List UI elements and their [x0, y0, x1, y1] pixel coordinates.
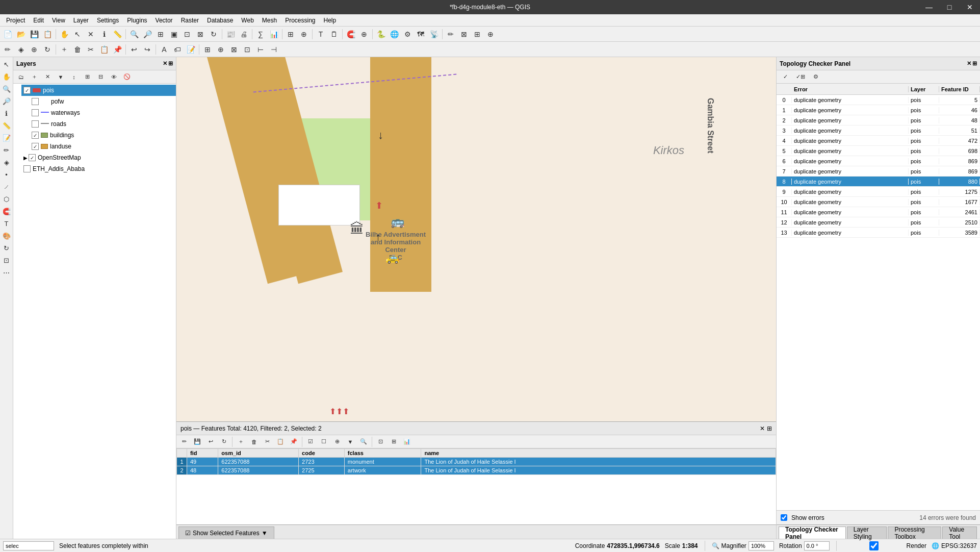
- menu-vector[interactable]: Vector: [151, 16, 177, 25]
- layers-float-icon[interactable]: ⊞: [168, 60, 173, 67]
- attr-paste-button[interactable]: 📌: [288, 436, 300, 448]
- snap4-button[interactable]: ⊡: [241, 43, 253, 56]
- attr-zoom-map-button[interactable]: ⊡: [374, 436, 386, 448]
- open-project-button[interactable]: 📂: [15, 28, 27, 40]
- attr-save-button[interactable]: 💾: [191, 436, 203, 448]
- cut-button[interactable]: ✂: [85, 43, 97, 56]
- tab-layer-styling[interactable]: Layer Styling: [847, 526, 887, 539]
- layer-checkbox-landuse[interactable]: [32, 143, 39, 150]
- rotation-input[interactable]: [804, 541, 830, 550]
- col-fid[interactable]: fid: [187, 449, 218, 458]
- menu-web[interactable]: Web: [237, 16, 257, 25]
- atlas-button[interactable]: 📰: [224, 28, 237, 40]
- topo-close-icon[interactable]: ✕: [967, 60, 971, 67]
- menu-edit[interactable]: Edit: [29, 16, 48, 25]
- open-layer-manager-button[interactable]: 🗂: [15, 71, 27, 83]
- plugin2-button[interactable]: 🌐: [388, 28, 400, 40]
- layer-checkbox-eth[interactable]: [23, 165, 31, 172]
- snap2-button[interactable]: ⊕: [215, 43, 227, 56]
- pan-button[interactable]: ✋: [58, 28, 70, 40]
- attr-edit-button[interactable]: ✏: [178, 436, 190, 448]
- graph-button[interactable]: 📊: [268, 28, 280, 40]
- table-row[interactable]: 2 48 622357088 2725 artwork The Lion of …: [177, 466, 776, 475]
- hide-all-button[interactable]: 🚫: [121, 71, 133, 83]
- topo-config-button[interactable]: ⚙: [810, 71, 822, 83]
- show-all-button[interactable]: 👁: [108, 71, 120, 83]
- add-layer-button[interactable]: ＋: [28, 71, 40, 83]
- add-polygon-tool[interactable]: ⬡: [1, 193, 12, 205]
- add-line-tool[interactable]: ⟋: [1, 181, 12, 192]
- topo-row[interactable]: 1 duplicate geometry pois 46: [777, 105, 980, 115]
- layers-close-icon[interactable]: ✕: [163, 60, 167, 67]
- menu-project[interactable]: Project: [2, 16, 29, 25]
- refresh-button[interactable]: ↻: [208, 28, 220, 40]
- identify-tool[interactable]: ℹ: [1, 108, 12, 119]
- zoom-layer-button[interactable]: ▣: [168, 28, 180, 40]
- zoom-selection-button[interactable]: ⊡: [181, 28, 193, 40]
- close-button[interactable]: ✕: [960, 0, 980, 14]
- topo-row[interactable]: 13 duplicate geometry pois 3589: [777, 228, 980, 238]
- attr-copy-button[interactable]: 📋: [274, 436, 287, 448]
- snapping-button[interactable]: 🧲: [345, 28, 357, 40]
- snapping-tool[interactable]: 🧲: [1, 206, 12, 217]
- layer-checkbox-buildings[interactable]: [32, 132, 39, 139]
- rotate-button[interactable]: ↻: [41, 43, 54, 56]
- tab-processing-toolbox[interactable]: Processing Toolbox: [888, 526, 941, 539]
- menu-settings[interactable]: Settings: [93, 16, 123, 25]
- snap6-button[interactable]: ⊣: [268, 43, 280, 56]
- col-name[interactable]: name: [421, 449, 776, 458]
- plugin3-button[interactable]: ⚙: [401, 28, 414, 40]
- col-osmid[interactable]: osm_id: [218, 449, 299, 458]
- sum-button[interactable]: ∑: [254, 28, 267, 40]
- magnifier-input[interactable]: [749, 541, 774, 550]
- edit-tool[interactable]: ✏: [1, 144, 12, 156]
- new-project-button[interactable]: 📄: [2, 28, 14, 40]
- layer-sort-button[interactable]: ↕: [68, 71, 80, 83]
- tab-topology-checker[interactable]: Topology Checker Panel: [779, 526, 846, 539]
- layer-checkbox-waterways[interactable]: [32, 109, 39, 116]
- node-tool-button[interactable]: ◈: [15, 43, 27, 56]
- topo-row[interactable]: 3 duplicate geometry pois 51: [777, 126, 980, 136]
- zoom-out-tool[interactable]: 🔎: [1, 95, 12, 107]
- layer-item-roads[interactable]: roads: [30, 118, 176, 130]
- attr-deselect-button[interactable]: ☐: [318, 436, 330, 448]
- attr-refresh-button[interactable]: ↻: [218, 436, 230, 448]
- topo-row[interactable]: 0 duplicate geometry pois 5: [777, 95, 980, 105]
- attr-header-float-icon[interactable]: ⊞: [767, 425, 772, 432]
- add-feature-button[interactable]: ＋: [58, 43, 70, 56]
- table-row[interactable]: 1 49 622357088 2723 monument The Lion of…: [177, 458, 776, 466]
- tab-selected-features[interactable]: ☑ Show Selected Features ▼: [178, 526, 274, 539]
- tab-value-tool[interactable]: Value Tool: [942, 526, 977, 539]
- annotation-button[interactable]: 🗒: [328, 28, 340, 40]
- scale-tool[interactable]: ⊡: [1, 255, 12, 266]
- zoom-full-button[interactable]: ⊞: [154, 28, 167, 40]
- menu-layer[interactable]: Layer: [69, 16, 93, 25]
- layer-checkbox-openstreetmap[interactable]: [29, 154, 36, 161]
- layer-item-pofw[interactable]: pofw: [30, 96, 176, 107]
- paste-button[interactable]: 📌: [111, 43, 123, 56]
- more-tools[interactable]: ⋯: [1, 267, 12, 278]
- topo-float-icon[interactable]: ⊞: [972, 60, 977, 67]
- show-errors-checkbox[interactable]: [781, 514, 787, 521]
- layer-item-waterways[interactable]: waterways: [30, 107, 176, 118]
- topo-validate-button[interactable]: ✓: [779, 71, 791, 83]
- map-canvas[interactable]: Bilhe Advertismentand InformationCenterP…: [176, 57, 776, 421]
- pan-tool[interactable]: ✋: [1, 71, 12, 82]
- rotate-tool[interactable]: ↻: [1, 242, 12, 254]
- color-picker-tool[interactable]: 🎨: [1, 230, 12, 241]
- layer-checkbox-roads[interactable]: [32, 120, 39, 128]
- select-button[interactable]: ↖: [71, 28, 84, 40]
- layer-filter-button[interactable]: ▼: [55, 71, 67, 83]
- topo-row[interactable]: 11 duplicate geometry pois 2461: [777, 207, 980, 217]
- snap5-button[interactable]: ⊢: [254, 43, 267, 56]
- redo-button[interactable]: ↪: [141, 43, 153, 56]
- save-as-button[interactable]: 📋: [41, 28, 54, 40]
- expand-all-button[interactable]: ⊞: [81, 71, 93, 83]
- pan-selection-button[interactable]: ⊠: [194, 28, 207, 40]
- maximize-button[interactable]: □: [939, 0, 960, 14]
- label-tool[interactable]: T: [1, 218, 12, 229]
- move-feature-button[interactable]: ⊕: [28, 43, 40, 56]
- topo-row[interactable]: 7 duplicate geometry pois 869: [777, 166, 980, 177]
- save-button[interactable]: 💾: [28, 28, 40, 40]
- select-tool[interactable]: ↖: [1, 59, 12, 70]
